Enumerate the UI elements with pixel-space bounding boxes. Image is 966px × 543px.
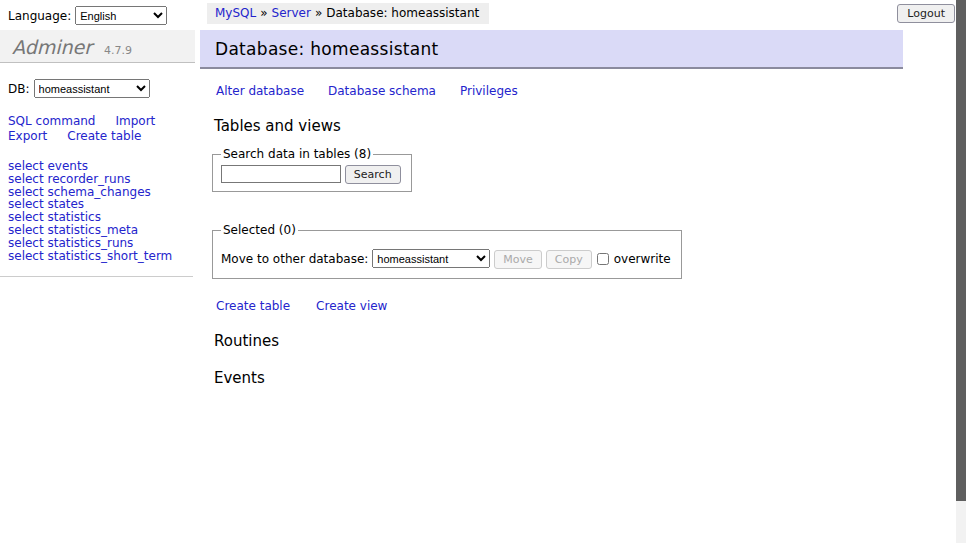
move-row: Move to other database:homeassistantMove… (221, 249, 671, 269)
sidebar-table-links: select eventsselect recorder_runsselect … (8, 160, 195, 262)
search-legend: Search data in tables (8) (221, 147, 373, 161)
sidebar-action-link[interactable]: Import (115, 114, 155, 128)
create-link[interactable]: Create view (316, 299, 387, 313)
search-fieldset: Search data in tables (8) Search (212, 147, 412, 192)
create-link[interactable]: Create table (216, 299, 290, 313)
breadcrumb-server-link[interactable]: Server (272, 6, 311, 20)
sidebar-select-link[interactable]: select recorder_runs (8, 173, 195, 186)
language-label: Language: (8, 9, 71, 23)
db-label: DB: (8, 82, 30, 96)
scrollbar-thumb[interactable] (956, 0, 966, 501)
database-nav-links: Alter databaseDatabase schemaPrivileges (216, 84, 903, 98)
sidebar-select-link[interactable]: select statistics_meta (8, 224, 195, 237)
move-button[interactable]: Move (494, 250, 542, 269)
overwrite-checkbox[interactable] (597, 253, 609, 265)
events-heading: Events (214, 369, 903, 387)
sidebar: Language:English Adminer 4.7.9 DB:homeas… (0, 0, 195, 543)
breadcrumb-current: Database: homeassistant (326, 6, 479, 20)
create-links: Create tableCreate view (216, 299, 903, 313)
breadcrumb-separator: » (260, 6, 267, 20)
app-name: Adminer (12, 36, 92, 58)
move-label: Move to other database: (221, 252, 368, 266)
database-nav-link[interactable]: Alter database (216, 84, 304, 98)
language-row: Language:English (0, 0, 195, 30)
sidebar-action-link[interactable]: SQL command (8, 114, 95, 128)
sidebar-select-link[interactable]: select events (8, 160, 195, 173)
db-select[interactable]: homeassistant (34, 79, 150, 98)
search-input[interactable] (221, 165, 341, 183)
breadcrumb-mysql-link[interactable]: MySQL (215, 6, 256, 20)
app-version: 4.7.9 (104, 44, 132, 57)
db-row: DB:homeassistant (8, 79, 195, 98)
vertical-scrollbar (956, 0, 966, 543)
sidebar-select-link[interactable]: select statistics_runs (8, 237, 195, 250)
sidebar-action-links: SQL commandImportExportCreate table (8, 114, 195, 144)
selected-legend: Selected (0) (221, 223, 298, 237)
sidebar-select-link[interactable]: select statistics_short_term (8, 250, 195, 263)
breadcrumb-separator: » (315, 6, 322, 20)
sidebar-action-link[interactable]: Export (8, 129, 47, 143)
app-title: Adminer 4.7.9 (0, 30, 195, 63)
page-title: Database: homeassistant (200, 30, 903, 69)
copy-button[interactable]: Copy (546, 250, 592, 269)
breadcrumb: MySQL»Server»Database: homeassistant (207, 3, 489, 24)
language-select[interactable]: English (75, 6, 167, 25)
search-button[interactable]: Search (345, 165, 401, 184)
sidebar-action-link[interactable]: Create table (67, 129, 141, 143)
selected-fieldset: Selected (0) Move to other database:home… (212, 223, 682, 279)
move-database-select[interactable]: homeassistant (372, 249, 490, 268)
overwrite-label: overwrite (614, 252, 671, 266)
routines-heading: Routines (214, 332, 903, 350)
logout-button[interactable]: Logout (897, 4, 955, 23)
tables-heading: Tables and views (214, 117, 903, 135)
main-content: MySQL»Server»Database: homeassistant Dat… (200, 0, 903, 387)
database-nav-link[interactable]: Privileges (460, 84, 518, 98)
database-nav-link[interactable]: Database schema (328, 84, 436, 98)
sidebar-divider (0, 276, 193, 277)
